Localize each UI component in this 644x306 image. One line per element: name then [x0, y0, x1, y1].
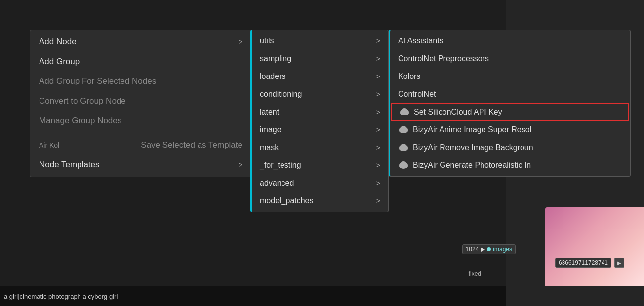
menu-l2-sampling[interactable]: sampling >: [252, 50, 388, 68]
menu-item-add-group-label: Add Group: [39, 57, 80, 67]
menu-l2-latent-label: latent: [260, 108, 279, 116]
menu-item-add-node[interactable]: Add Node >: [30, 32, 251, 52]
menu-divider-1: [30, 133, 251, 133]
menu-l3-set-silicon-key-cloud: Set SiliconCloud API Key: [399, 108, 502, 116]
menu-item-node-templates-arrow: >: [239, 161, 242, 169]
menu-l2-image[interactable]: image >: [252, 121, 388, 139]
menu-l2-sampling-arrow: >: [376, 55, 380, 63]
menu-item-manage-group[interactable]: Manage Group Nodes: [30, 111, 251, 131]
menu-l2-conditioning[interactable]: conditioning >: [252, 85, 388, 103]
menu-l2-model-patches[interactable]: model_patches >: [252, 192, 388, 210]
svg-point-7: [401, 126, 406, 131]
menu-l2-conditioning-label: conditioning: [260, 90, 302, 99]
menu-item-add-node-label: Add Node: [39, 37, 77, 47]
menu-l3-bizyair-remove-bg-cloud: BizyAir Remove Image Backgroun: [398, 143, 533, 152]
svg-point-11: [401, 144, 406, 149]
menu-l3-kolors[interactable]: Kolors: [390, 68, 630, 85]
menu-l2-for-testing-arrow: >: [376, 161, 380, 169]
menu-l2-advanced-arrow: >: [376, 179, 380, 187]
menu-l3-bizyair-anime-label: BizyAir Anime Image Super Resol: [413, 125, 531, 134]
cloud-icon-photorealistic: [398, 161, 409, 169]
menu-l3-kolors-label: Kolors: [398, 72, 420, 81]
menu-l3-ai-assistants[interactable]: AI Assistants: [390, 32, 630, 50]
menu-l3-controlnet-preprocessors[interactable]: ControlNet Preprocessors: [390, 50, 630, 68]
menu-l3-controlnet[interactable]: ControlNet: [390, 85, 630, 103]
context-menu-level2: utils > sampling > loaders > conditionin…: [250, 30, 389, 212]
menu-item-node-templates-label: Node Templates: [39, 160, 100, 170]
context-menu-level3: AI Assistants ControlNet Preprocessors K…: [389, 30, 631, 177]
seed-value[interactable]: 636619711728741: [555, 258, 611, 268]
menu-item-convert-group[interactable]: Convert to Group Node: [30, 91, 251, 111]
menu-l2-conditioning-arrow: >: [376, 90, 380, 98]
menu-l3-ai-assistants-label: AI Assistants: [398, 37, 443, 45]
menu-l3-set-silicon-key-label: Set SiliconCloud API Key: [414, 108, 502, 116]
menu-l2-image-arrow: >: [376, 126, 380, 134]
menu-l3-set-silicon-key[interactable]: Set SiliconCloud API Key: [391, 103, 629, 121]
preview-image: [545, 207, 644, 286]
menu-l2-mask-arrow: >: [376, 144, 380, 152]
menu-item-add-group-selected-label: Add Group For Selected Nodes: [39, 76, 156, 86]
menu-l3-controlnet-preprocessors-label: ControlNet Preprocessors: [398, 54, 489, 63]
cloud-icon: [399, 108, 410, 116]
menu-item-save-template[interactable]: Air Kol Save Selected as Template: [30, 135, 251, 155]
menu-l3-bizyair-remove-bg-label: BizyAir Remove Image Backgroun: [413, 143, 533, 152]
menu-l2-latent[interactable]: latent >: [252, 103, 388, 121]
menu-l3-bizyair-photorealistic[interactable]: BizyAir Generate Photorealistic In: [390, 156, 630, 174]
context-menu-level1: Add Node > Add Group Add Group For Selec…: [30, 30, 252, 177]
cloud-icon-anime: [398, 126, 409, 134]
menu-item-save-template-label: Save Selected as Template: [141, 140, 242, 150]
menu-l2-image-label: image: [260, 125, 282, 134]
menu-item-save-template-prefix: Air Kol: [39, 141, 59, 149]
menu-l2-utils-arrow: >: [376, 37, 380, 45]
seed-row: 636619711728741 ▶: [555, 258, 624, 268]
menu-l2-for-testing[interactable]: _for_testing >: [252, 156, 388, 174]
menu-l2-utils[interactable]: utils >: [252, 32, 388, 50]
resolution-box: 1024 ▶ images: [462, 244, 516, 254]
menu-l2-model-patches-label: model_patches: [260, 196, 314, 205]
menu-l2-mask-label: mask: [260, 143, 279, 152]
menu-item-convert-group-label: Convert to Group Node: [39, 96, 126, 106]
menu-l2-for-testing-label: _for_testing: [260, 161, 301, 170]
menu-item-manage-group-label: Manage Group Nodes: [39, 116, 121, 126]
menu-l3-bizyair-photorealistic-label: BizyAir Generate Photorealistic In: [413, 161, 531, 170]
svg-point-3: [402, 108, 407, 113]
menu-l2-sampling-label: sampling: [260, 54, 291, 63]
images-label: images: [493, 246, 512, 253]
menu-l2-loaders[interactable]: loaders >: [252, 68, 388, 85]
play-icon[interactable]: ▶: [481, 246, 485, 253]
menu-l3-bizyair-anime[interactable]: BizyAir Anime Image Super Resol: [390, 121, 630, 139]
menu-item-add-group[interactable]: Add Group: [30, 52, 251, 72]
menu-l2-latent-arrow: >: [376, 108, 380, 116]
menu-l2-advanced[interactable]: advanced >: [252, 174, 388, 192]
menu-item-add-group-selected[interactable]: Add Group For Selected Nodes: [30, 72, 251, 91]
svg-point-15: [401, 161, 406, 166]
fixed-label: fixed: [469, 270, 481, 277]
menu-item-node-templates[interactable]: Node Templates >: [30, 155, 251, 175]
cloud-icon-remove-bg: [398, 144, 409, 152]
menu-l3-controlnet-label: ControlNet: [398, 90, 436, 99]
menu-l3-bizyair-remove-bg[interactable]: BizyAir Remove Image Backgroun: [390, 139, 630, 156]
menu-l2-loaders-label: loaders: [260, 72, 285, 81]
images-dot: [487, 247, 491, 251]
menu-l3-bizyair-photorealistic-cloud: BizyAir Generate Photorealistic In: [398, 161, 531, 170]
menu-l2-advanced-label: advanced: [260, 179, 294, 188]
resolution-value: 1024: [466, 246, 479, 253]
menu-l2-mask[interactable]: mask >: [252, 139, 388, 156]
menu-l2-utils-label: utils: [260, 37, 274, 45]
menu-l2-model-patches-arrow: >: [376, 197, 380, 205]
prompt-text: a girl|cinematic photograph a cyborg gir…: [4, 293, 118, 300]
menu-l2-loaders-arrow: >: [376, 73, 380, 80]
menu-item-add-node-arrow: >: [239, 38, 242, 46]
seed-play-btn[interactable]: ▶: [614, 258, 624, 268]
menu-l3-bizyair-anime-cloud: BizyAir Anime Image Super Resol: [398, 125, 531, 134]
